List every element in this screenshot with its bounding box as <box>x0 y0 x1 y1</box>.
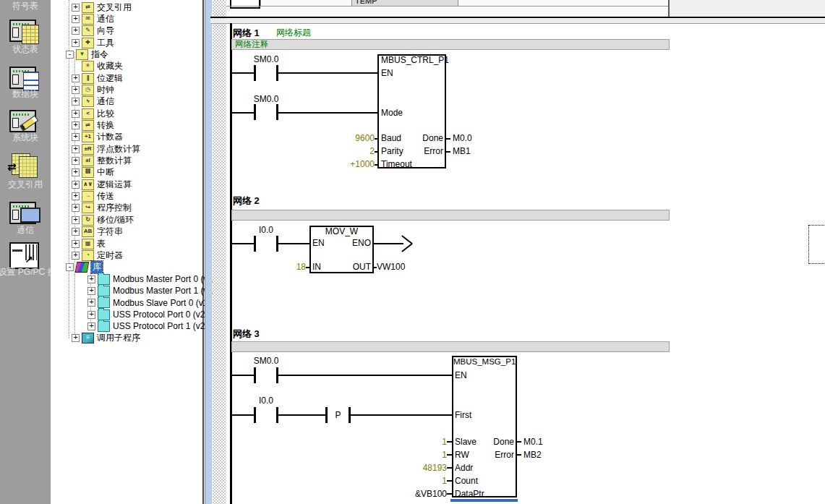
cell-selection-bar <box>450 499 518 502</box>
tree-expander-icon[interactable]: + <box>72 133 80 141</box>
tree-expander-icon[interactable]: + <box>72 110 80 118</box>
tree-item-communications-instr[interactable]: +ϟ通信 <box>51 96 114 108</box>
nav-communications-label[interactable]: 通信 <box>0 224 51 236</box>
tree-expander-icon[interactable]: - <box>66 263 74 271</box>
tree-expander-icon[interactable]: + <box>72 4 80 12</box>
tree-item-string[interactable]: +AB字符串 <box>51 226 123 238</box>
nav-data-block-label[interactable]: 数据块 <box>0 88 51 101</box>
tree-expander-icon[interactable]: + <box>72 192 80 200</box>
tree-expander-icon[interactable]: + <box>72 228 80 236</box>
tree-expander-icon[interactable]: + <box>72 240 80 248</box>
tree-item-convert[interactable]: +⇌转换 <box>51 120 114 132</box>
addr-value[interactable]: 48193 <box>396 464 447 473</box>
dataptr-value[interactable]: &VB100 <box>396 490 447 499</box>
tree-item-tools[interactable]: +✚工具 <box>51 37 114 48</box>
tree-expander-icon[interactable]: + <box>87 311 95 319</box>
editor-cursor-cell[interactable] <box>808 225 825 264</box>
tree-item-modbus-slave-port-0[interactable]: +Modbus Slave Port 0 (v1. <box>51 297 210 309</box>
slave-value[interactable]: 1 <box>396 437 447 447</box>
tree-item-call-subroutines[interactable]: +≡调用子程序 <box>51 333 140 344</box>
timeout-value[interactable]: +1000 <box>324 160 375 169</box>
error-operand[interactable]: MB1 <box>453 147 471 156</box>
tree-expander-icon[interactable]: + <box>87 299 95 307</box>
parity-value[interactable]: 2 <box>324 147 375 156</box>
selected-table-cell[interactable] <box>230 0 260 9</box>
tree-item-favorites[interactable]: ✳收藏夹 <box>51 61 123 72</box>
done-operand[interactable]: M0.0 <box>453 134 472 143</box>
tree-item-table[interactable]: +▦表 <box>51 238 106 249</box>
tree-expander-icon[interactable]: + <box>72 121 80 129</box>
tree-expander-icon[interactable]: + <box>72 74 80 82</box>
contact-operand[interactable]: I0.0 <box>239 226 294 235</box>
status-chart-icon[interactable] <box>0 18 51 47</box>
network-2-comment-bar[interactable] <box>231 210 670 221</box>
tree-item-uss-protocol-port-0[interactable]: +USS Protocol Port 0 (v2.3 <box>51 309 212 320</box>
logical-operations-label: 逻辑运算 <box>97 179 132 191</box>
tree-expander-icon[interactable]: + <box>72 15 80 23</box>
tree-item-uss-protocol-port-1[interactable]: +USS Protocol Port 1 (v2.3 <box>51 320 212 332</box>
baud-value[interactable]: 9600 <box>324 134 375 143</box>
tree-item-clock[interactable]: +◷时钟 <box>51 84 114 95</box>
contact-bar[interactable] <box>254 367 256 383</box>
positive-edge-label[interactable]: P <box>328 411 349 420</box>
network-3-comment-bar[interactable] <box>231 341 670 352</box>
rw-value[interactable]: 1 <box>396 450 447 460</box>
nav-cross-reference-label[interactable]: 交叉引用 <box>0 179 51 191</box>
tree-item-timers[interactable]: +◔定时器 <box>51 249 123 261</box>
out-operand[interactable]: VW100 <box>377 262 405 272</box>
contact-operand[interactable]: SM0.0 <box>239 356 294 366</box>
tree-expander-icon[interactable]: + <box>72 39 80 47</box>
tree-item-instructions[interactable]: -▼指令 <box>51 48 108 60</box>
tree-item-modbus-master-port-1[interactable]: +Modbus Master Port 1 (v1 <box>51 285 213 296</box>
tree-expander-icon[interactable]: + <box>72 157 80 165</box>
tree-expander-icon[interactable]: + <box>72 145 80 153</box>
contact-operand[interactable]: SM0.0 <box>239 55 294 64</box>
tree-expander-icon[interactable]: + <box>87 323 95 330</box>
done-operand[interactable]: M0.1 <box>523 437 543 447</box>
tree-item-program-control[interactable]: +↪程序控制 <box>51 202 132 214</box>
wire <box>231 243 254 244</box>
tree-item-wizards[interactable]: +✎向导 <box>51 25 114 37</box>
tree-item-compare[interactable]: +<比较 <box>51 108 114 119</box>
tree-item-integer-math[interactable]: +±I整数计算 <box>51 155 132 167</box>
cross-reference-icon[interactable]: ⇄ <box>0 152 51 181</box>
tree-expander-icon[interactable]: + <box>72 204 80 212</box>
tree-item-floating-point-math[interactable]: +±R浮点数计算 <box>51 143 140 155</box>
contact-operand[interactable]: I0.0 <box>239 396 294 406</box>
contact-bar[interactable] <box>254 65 256 81</box>
tree-item-move[interactable]: +→传送 <box>51 191 114 202</box>
in-value[interactable]: 18 <box>255 262 306 272</box>
tree-expander-icon[interactable]: + <box>72 334 80 342</box>
tree-item-libraries[interactable]: -库 <box>51 262 103 273</box>
tree-item-interrupt[interactable]: +Ⅲ中断 <box>51 167 114 179</box>
tree-expander-icon[interactable]: + <box>72 86 80 94</box>
contact-bar[interactable] <box>254 236 256 252</box>
tree-item-shift-rotate[interactable]: +↻移位/循环 <box>51 214 134 226</box>
tree-expander-icon[interactable]: + <box>72 252 80 260</box>
tree-expander-icon[interactable]: + <box>72 216 80 224</box>
contact-operand[interactable]: SM0.0 <box>239 95 294 104</box>
tree-expander-icon[interactable]: + <box>87 276 95 283</box>
tree-item-counters[interactable]: ++1计数器 <box>51 132 123 143</box>
tree-expander-icon[interactable]: - <box>66 51 74 59</box>
tree-expander-icon[interactable]: + <box>72 168 80 176</box>
contact-bar[interactable] <box>254 104 256 120</box>
tree-expander-icon[interactable]: + <box>72 98 80 106</box>
tree-item-logical-operations[interactable]: +∧∨逻辑运算 <box>51 179 132 190</box>
nav-symbol-table-label[interactable]: 符号表 <box>0 0 51 12</box>
nav-system-block-label[interactable]: 系统块 <box>0 132 51 144</box>
tree-item-communications[interactable]: +✉通信 <box>51 13 114 25</box>
tree-expander-icon[interactable]: + <box>87 287 95 295</box>
tree-expander-icon[interactable]: + <box>72 27 80 35</box>
tree-expander-icon[interactable]: + <box>72 181 80 189</box>
count-value[interactable]: 1 <box>396 477 447 486</box>
network-1-comment-bar[interactable]: 网络注释 <box>231 39 670 50</box>
network-1-title[interactable]: 网络标题 <box>276 28 311 38</box>
tree-item-bit-logic[interactable]: +∥位逻辑 <box>51 72 123 84</box>
nav-status-chart-label[interactable]: 状态表 <box>0 43 51 56</box>
contact-bar[interactable] <box>254 407 256 423</box>
pane-splitter[interactable] <box>210 19 825 24</box>
tree-item-modbus-master-port-0[interactable]: +Modbus Master Port 0 (v1 <box>51 273 213 285</box>
tree-item-cross-reference[interactable]: +⇄交叉引用 <box>51 1 132 13</box>
error-operand[interactable]: MB2 <box>523 450 542 460</box>
